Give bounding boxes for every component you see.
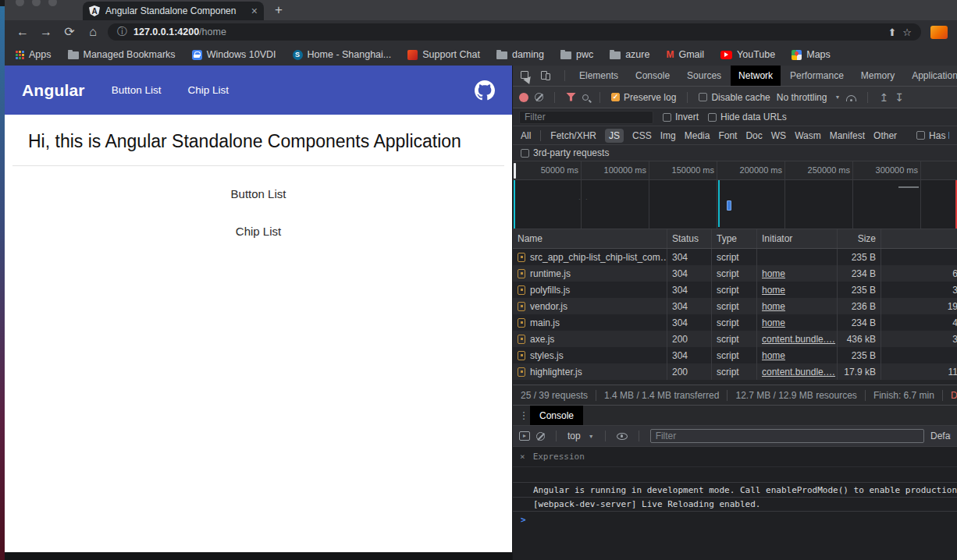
network-conditions-icon[interactable] bbox=[846, 95, 856, 101]
initiator-link[interactable]: content.bundle.… bbox=[762, 334, 835, 345]
network-overview-timeline[interactable]: 50000 ms 100000 ms 150000 ms 200000 ms 2… bbox=[513, 161, 957, 229]
column-status[interactable]: Status bbox=[667, 229, 712, 248]
close-window-button[interactable] bbox=[16, 0, 24, 6]
bookmark-pwc[interactable]: pwc bbox=[560, 49, 593, 60]
third-party-checkbox[interactable]: 3rd-party requests bbox=[521, 147, 609, 158]
type-img[interactable]: Img bbox=[660, 130, 676, 141]
type-js[interactable]: JS bbox=[605, 129, 624, 143]
hide-data-urls-checkbox[interactable]: Hide data URLs bbox=[708, 112, 787, 122]
share-icon[interactable]: ⬆ bbox=[888, 27, 896, 38]
export-har-icon[interactable]: ↧ bbox=[895, 92, 904, 103]
live-expression-eye-icon[interactable] bbox=[617, 433, 628, 440]
back-icon[interactable]: ← bbox=[14, 26, 31, 38]
table-row[interactable]: styles.js 304 script home 235 B 4 ms bbox=[513, 347, 957, 363]
console-drawer-tab[interactable]: Console bbox=[530, 406, 583, 425]
column-size[interactable]: Size bbox=[838, 229, 881, 248]
type-other[interactable]: Other bbox=[873, 130, 897, 141]
forward-icon[interactable]: → bbox=[37, 26, 55, 38]
search-icon[interactable] bbox=[582, 94, 589, 101]
device-toolbar-icon[interactable] bbox=[539, 69, 553, 83]
column-name[interactable]: Name bbox=[513, 229, 667, 248]
column-initiator[interactable]: Initiator bbox=[757, 229, 838, 248]
bookmark-azure[interactable]: azure bbox=[610, 49, 649, 60]
column-time[interactable]: Time bbox=[881, 229, 957, 248]
bookmark-maps[interactable]: Maps bbox=[792, 49, 831, 60]
more-options-icon[interactable]: ⋮ bbox=[518, 409, 530, 421]
table-row[interactable]: axe.js 200 script content.bundle.… 436 k… bbox=[513, 331, 957, 347]
clear-network-icon[interactable] bbox=[535, 93, 543, 101]
bookmark-windows-10vdi[interactable]: Windows 10VDI bbox=[192, 49, 276, 60]
type-manifest[interactable]: Manifest bbox=[830, 130, 865, 141]
initiator-link[interactable]: content.bundle.… bbox=[762, 367, 835, 377]
bookmark-youtube[interactable]: YouTube bbox=[720, 49, 775, 60]
tab-application[interactable]: Application bbox=[904, 66, 957, 86]
tab-console[interactable]: Console bbox=[628, 66, 678, 86]
initiator-link[interactable]: home bbox=[762, 285, 785, 296]
console-filter-input[interactable] bbox=[650, 429, 924, 443]
tab-elements[interactable]: Elements bbox=[571, 66, 626, 86]
import-har-icon[interactable]: ↥ bbox=[879, 92, 888, 103]
console-prompt[interactable]: > bbox=[513, 512, 957, 527]
type-wasm[interactable]: Wasm bbox=[795, 130, 821, 141]
site-info-icon[interactable]: ⓘ bbox=[117, 25, 127, 39]
bookmark-managed[interactable]: Managed Bookmarks bbox=[68, 49, 176, 60]
nav-chip-list[interactable]: Chip List bbox=[188, 84, 229, 96]
initiator-link[interactable]: home bbox=[762, 350, 785, 361]
table-row[interactable]: main.js 304 script home 234 B 44 ms bbox=[513, 314, 957, 331]
live-expression-row[interactable]: × Expression bbox=[513, 447, 957, 467]
browser-tab[interactable]: A Angular Standalone Componen × bbox=[83, 2, 264, 20]
type-ws[interactable]: WS bbox=[771, 130, 786, 141]
nav-button-list[interactable]: Button List bbox=[112, 84, 162, 96]
initiator-link[interactable]: home bbox=[762, 317, 785, 328]
filter-funnel-icon[interactable] bbox=[566, 93, 576, 102]
link-chip-list[interactable]: Chip List bbox=[5, 225, 512, 238]
tab-performance[interactable]: Performance bbox=[782, 66, 852, 86]
bookmark-apps[interactable]: Apps bbox=[16, 49, 52, 60]
record-icon[interactable] bbox=[519, 93, 528, 102]
preserve-log-checkbox[interactable]: ✓Preserve log bbox=[611, 92, 676, 103]
disable-cache-checkbox[interactable]: Disable cache bbox=[699, 92, 770, 103]
new-tab-button[interactable]: + bbox=[275, 2, 283, 18]
type-doc[interactable]: Doc bbox=[745, 130, 762, 141]
tab-sources[interactable]: Sources bbox=[679, 66, 729, 86]
type-font[interactable]: Font bbox=[718, 130, 737, 141]
reload-icon[interactable]: ⟳ bbox=[61, 26, 78, 38]
home-icon[interactable]: ⌂ bbox=[84, 26, 101, 38]
table-row[interactable]: runtime.js 304 script home 234 B 62 ms bbox=[513, 265, 957, 282]
tab-memory[interactable]: Memory bbox=[853, 66, 902, 86]
extension-icon[interactable] bbox=[930, 26, 948, 39]
table-row[interactable]: polyfills.js 304 script home 235 B 33 ms bbox=[513, 282, 957, 298]
tab-close-icon[interactable]: × bbox=[251, 5, 258, 17]
invert-checkbox[interactable]: Invert bbox=[663, 112, 699, 122]
maximize-window-button[interactable] bbox=[48, 0, 57, 6]
has-blocked-cookies-checkbox[interactable]: Has blocked cookies bbox=[916, 130, 949, 141]
type-media[interactable]: Media bbox=[685, 130, 710, 141]
table-row[interactable]: vendor.js 304 script home 236 B 197 ms bbox=[513, 298, 957, 314]
inspect-element-icon[interactable] bbox=[519, 69, 533, 83]
remove-expression-icon[interactable]: × bbox=[520, 452, 525, 462]
throttling-select[interactable]: No throttling▼ bbox=[777, 92, 841, 103]
timeline-drag-handle[interactable] bbox=[514, 163, 516, 179]
bookmark-home-shanghai[interactable]: SHome - Shanghai... bbox=[293, 49, 392, 60]
network-filter-input[interactable] bbox=[519, 111, 653, 124]
link-button-list[interactable]: Button List bbox=[5, 187, 512, 200]
minimize-window-button[interactable] bbox=[32, 0, 41, 6]
initiator-link[interactable]: home bbox=[762, 301, 785, 312]
column-type[interactable]: Type bbox=[712, 229, 757, 248]
type-fetch-xhr[interactable]: Fetch/XHR bbox=[550, 130, 596, 141]
bookmark-support-chat[interactable]: Support Chat bbox=[407, 49, 480, 60]
url-input[interactable]: ⓘ 127.0.0.1:4200/home ⬆ ☆ bbox=[108, 23, 921, 41]
table-row[interactable]: highlighter.js 200 script content.bundle… bbox=[513, 363, 957, 380]
table-row[interactable]: src_app_chip-list_chip-list_com… 304 scr… bbox=[513, 249, 957, 265]
bookmark-star-icon[interactable]: ☆ bbox=[902, 27, 912, 38]
type-all[interactable]: All bbox=[521, 130, 531, 141]
initiator-link[interactable]: home bbox=[762, 268, 785, 279]
type-css[interactable]: CSS bbox=[632, 130, 652, 141]
console-sidebar-icon[interactable]: ▸ bbox=[519, 431, 530, 441]
context-select[interactable]: top▼ bbox=[567, 431, 594, 441]
log-levels-select[interactable]: Default levels bbox=[930, 431, 951, 441]
bookmark-daming[interactable]: daming bbox=[496, 49, 544, 60]
tab-network[interactable]: Network bbox=[731, 66, 781, 86]
clear-console-icon[interactable] bbox=[536, 432, 545, 441]
github-icon[interactable] bbox=[475, 80, 495, 101]
